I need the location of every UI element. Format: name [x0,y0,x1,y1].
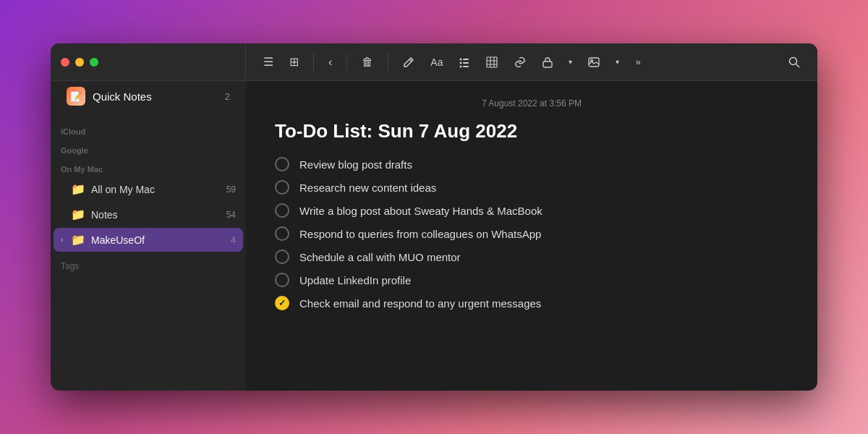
folder-name-makeuseOf: MakeUseOf [91,234,231,246]
folder-count-all: 59 [226,184,236,195]
todo-text-2: Research new content ideas [299,182,436,194]
lock-icon[interactable] [537,52,558,72]
todo-item-4[interactable]: Respond to queries from colleagues on Wh… [275,226,788,241]
separator-1 [313,54,314,71]
grid-view-icon[interactable]: ⊞ [284,51,305,73]
todo-item-5[interactable]: Schedule a call with MUO mentor [275,250,788,264]
svg-point-4 [460,65,462,67]
window-body: 📝 Quick Notes 2 iCloud Google On My Mac … [51,81,817,391]
sidebar-item-makeuseOf[interactable]: › 📁 MakeUseOf 4 [54,228,243,252]
folder-icon: 📁 [71,208,85,221]
compose-icon[interactable] [397,52,420,72]
sidebar-item-notes[interactable]: 📁 Notes 54 [54,203,243,226]
app-window: ☰ ⊞ ‹ 🗑 Aa [51,43,817,391]
svg-point-2 [460,61,462,64]
back-icon[interactable]: ‹ [323,51,338,73]
link-icon[interactable] [508,53,532,72]
folder-chevron-expanded: › [61,236,68,244]
quick-notes-icon: 📝 [67,87,85,106]
search-icon[interactable] [783,52,806,72]
svg-line-15 [796,64,800,67]
sidebar-item-all-on-my-mac[interactable]: 📁 All on My Mac 59 [54,177,243,201]
svg-rect-5 [463,66,469,67]
todo-checkbox-7[interactable] [275,296,289,310]
svg-rect-1 [463,59,469,60]
todo-checkbox-6[interactable] [275,273,289,287]
folder-name-notes: Notes [91,209,226,221]
quick-notes-item[interactable]: 📝 Quick Notes 2 [59,81,237,111]
note-title: To-Do List: Sun 7 Aug 2022 [275,120,788,142]
folder-count-notes: 54 [226,210,236,220]
media-chevron-icon[interactable]: ▾ [610,54,625,70]
note-content: 7 August 2022 at 3:56 PM To-Do List: Sun… [246,81,817,391]
close-button[interactable] [61,58,69,67]
chevron-down-icon[interactable]: ▾ [563,54,578,70]
todo-checkbox-3[interactable] [275,203,289,218]
todo-checkbox-4[interactable] [275,226,289,241]
google-group-label: Google [51,139,246,158]
table-icon[interactable] [480,52,503,72]
todo-item-1[interactable]: Review blog post drafts [275,157,788,171]
notes-toolbar: ☰ ⊞ ‹ 🗑 Aa [246,43,817,81]
todo-item-6[interactable]: Update LinkedIn profile [275,273,788,287]
icloud-group-label: iCloud [51,120,246,139]
todo-checkbox-1[interactable] [275,157,289,171]
tags-label: Tags [51,252,246,274]
svg-point-14 [790,57,797,64]
svg-rect-6 [487,57,497,67]
svg-rect-11 [543,61,552,67]
folder-icon: 📁 [71,182,85,196]
maximize-button[interactable] [90,58,98,67]
todo-item-7[interactable]: Check email and respond to any urgent me… [275,296,788,310]
traffic-lights [61,58,98,67]
todo-item-2[interactable]: Research new content ideas [275,180,788,195]
note-timestamp: 7 August 2022 at 3:56 PM [275,98,788,109]
svg-rect-3 [463,62,469,64]
note-panel: 7 August 2022 at 3:56 PM To-Do List: Sun… [246,81,817,391]
trash-icon[interactable]: 🗑 [356,51,379,73]
media-icon[interactable] [582,53,605,72]
todo-item-3[interactable]: Write a blog post about Sweaty Hands & M… [275,203,788,218]
separator-2 [346,54,347,71]
quick-notes-section: 📝 Quick Notes 2 [51,81,246,114]
todo-text-5: Schedule a call with MUO mentor [299,251,461,263]
todo-checkbox-5[interactable] [275,250,289,264]
font-icon[interactable]: Aa [425,52,448,72]
on-my-mac-group-label: On My Mac [51,158,246,176]
separator-3 [388,54,388,71]
left-header [51,43,246,81]
folder-name-all: All on My Mac [91,184,226,195]
quick-notes-count: 2 [225,91,230,102]
quick-notes-label: Quick Notes [93,90,225,103]
folder-count-makeuseOf: 4 [231,235,236,245]
todo-text-7: Check email and respond to any urgent me… [299,297,541,310]
todo-text-3: Write a blog post about Sweaty Hands & M… [299,205,542,217]
todo-text-4: Respond to queries from colleagues on Wh… [299,228,541,240]
todo-checkbox-2[interactable] [275,180,289,195]
window-header: ☰ ⊞ ‹ 🗑 Aa [51,43,817,81]
folder-icon: 📁 [71,233,85,247]
svg-point-0 [460,58,462,60]
todo-text-1: Review blog post drafts [299,158,412,171]
more-icon[interactable]: » [629,52,647,72]
list-view-icon[interactable]: ☰ [258,51,279,73]
todo-text-6: Update LinkedIn profile [299,274,411,286]
minimize-button[interactable] [75,58,84,67]
checklist-icon[interactable] [453,52,476,72]
sidebar: 📝 Quick Notes 2 iCloud Google On My Mac … [51,81,246,391]
